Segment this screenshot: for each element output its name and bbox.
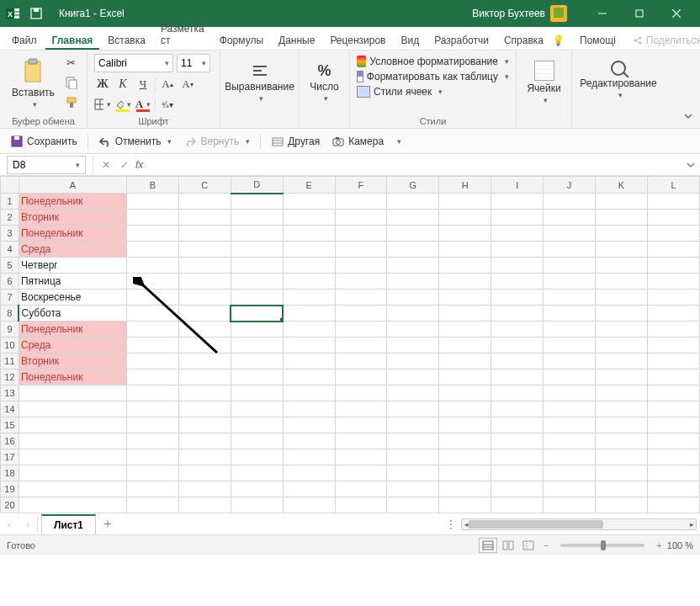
cell-G20[interactable]	[387, 497, 439, 513]
cell-J4[interactable]	[544, 242, 596, 258]
cell-H7[interactable]	[439, 290, 491, 306]
cell-I6[interactable]	[491, 274, 544, 290]
zoom-level[interactable]: 100 %	[667, 540, 693, 550]
cell-G8[interactable]	[387, 306, 439, 322]
cell-J15[interactable]	[544, 417, 596, 433]
row-header-8[interactable]: 8	[1, 306, 19, 322]
enter-fx-icon[interactable]: ✓	[115, 156, 134, 174]
cell-A7[interactable]: Воскресенье	[19, 290, 126, 306]
cell-F8[interactable]	[335, 306, 387, 322]
cell-B20[interactable]	[126, 497, 178, 513]
cell-A19[interactable]	[19, 481, 126, 497]
cell-E9[interactable]	[283, 322, 335, 338]
cell-I17[interactable]	[491, 449, 544, 465]
cell-K8[interactable]	[596, 306, 648, 322]
cell-D7[interactable]	[231, 290, 283, 306]
cell-H10[interactable]	[439, 338, 491, 354]
row-header-12[interactable]: 12	[1, 369, 19, 385]
cell-E11[interactable]	[283, 354, 335, 369]
tab-вставка[interactable]: Вставка	[101, 31, 152, 50]
cell-C1[interactable]	[178, 194, 231, 210]
cell-G15[interactable]	[387, 417, 439, 433]
cell-F7[interactable]	[335, 290, 387, 306]
cell-A13[interactable]	[19, 385, 126, 401]
alignment-button[interactable]: Выравнивание ▾	[227, 54, 292, 104]
cell-J9[interactable]	[544, 322, 596, 338]
cell-J12[interactable]	[544, 369, 596, 385]
cell-I19[interactable]	[491, 481, 544, 497]
tell-me-icon[interactable]: 💡	[552, 35, 565, 46]
cell-F4[interactable]	[335, 242, 387, 258]
cell-B12[interactable]	[126, 369, 178, 385]
name-box[interactable]: D8▾	[7, 156, 86, 174]
cell-C5[interactable]	[178, 258, 231, 274]
row-header-20[interactable]: 20	[1, 497, 19, 513]
cell-F18[interactable]	[335, 465, 387, 481]
tab-формулы[interactable]: Формулы	[213, 31, 270, 50]
cell-L14[interactable]	[647, 401, 699, 417]
col-header-C[interactable]: C	[178, 177, 231, 194]
cell-J1[interactable]	[544, 194, 596, 210]
cell-H16[interactable]	[439, 433, 491, 449]
cell-G7[interactable]	[387, 290, 439, 306]
cell-I9[interactable]	[491, 322, 544, 338]
cell-I15[interactable]	[491, 417, 544, 433]
cell-G17[interactable]	[387, 449, 439, 465]
cell-I1[interactable]	[491, 194, 544, 210]
save-button[interactable]: Сохранить	[7, 133, 81, 150]
cell-G1[interactable]	[387, 194, 439, 210]
cell-A8[interactable]: Суббота	[19, 306, 126, 322]
font-size-combo[interactable]: 11▾	[177, 54, 210, 72]
cell-E16[interactable]	[283, 433, 335, 449]
bold-button[interactable]: Ж	[94, 76, 111, 93]
font-color-icon[interactable]: A▾	[135, 96, 151, 113]
col-header-F[interactable]: F	[335, 177, 387, 194]
cell-B16[interactable]	[126, 433, 178, 449]
cell-B18[interactable]	[126, 465, 178, 481]
cell-C14[interactable]	[178, 401, 231, 417]
cell-I12[interactable]	[491, 369, 544, 385]
cell-K11[interactable]	[596, 354, 648, 369]
cell-J13[interactable]	[544, 385, 596, 401]
row-header-17[interactable]: 17	[1, 449, 19, 465]
cell-G16[interactable]	[387, 433, 439, 449]
cell-K12[interactable]	[596, 369, 648, 385]
cell-I3[interactable]	[491, 226, 544, 242]
cell-K18[interactable]	[596, 465, 648, 481]
cell-K13[interactable]	[596, 385, 648, 401]
cell-A2[interactable]: Вторник	[19, 210, 126, 226]
cell-H6[interactable]	[439, 274, 491, 290]
cell-L1[interactable]	[647, 194, 699, 210]
cell-E14[interactable]	[283, 401, 335, 417]
borders-icon[interactable]: ▾	[94, 96, 111, 113]
cell-I4[interactable]	[491, 242, 544, 258]
cell-K14[interactable]	[596, 401, 648, 417]
conditional-formatting-button[interactable]: Условное форматирование▾	[357, 54, 509, 69]
cell-E15[interactable]	[283, 417, 335, 433]
cell-J2[interactable]	[544, 210, 596, 226]
cell-B19[interactable]	[126, 481, 178, 497]
cell-E10[interactable]	[283, 338, 335, 354]
cell-G13[interactable]	[387, 385, 439, 401]
col-header-L[interactable]: L	[647, 177, 699, 194]
other-button[interactable]: Другая	[268, 134, 323, 149]
cell-D20[interactable]	[231, 497, 283, 513]
cell-J10[interactable]	[544, 338, 596, 354]
cell-L5[interactable]	[647, 258, 699, 274]
cell-E8[interactable]	[283, 306, 335, 322]
cell-D3[interactable]	[231, 226, 283, 242]
number-format-button[interactable]: % Число ▾	[306, 54, 342, 104]
cell-G19[interactable]	[387, 481, 439, 497]
cell-L2[interactable]	[647, 210, 699, 226]
cell-B17[interactable]	[126, 449, 178, 465]
cell-E5[interactable]	[283, 258, 335, 274]
cell-B9[interactable]	[126, 322, 178, 338]
redo-button[interactable]: Вернуть▾	[180, 134, 253, 149]
cell-C16[interactable]	[178, 433, 231, 449]
cell-A20[interactable]	[19, 497, 126, 513]
col-header-K[interactable]: K	[596, 177, 648, 194]
add-sheet-button[interactable]: ＋	[96, 515, 119, 533]
page-break-view-icon[interactable]	[519, 538, 538, 553]
col-header-D[interactable]: D	[231, 177, 283, 194]
cell-I18[interactable]	[491, 465, 544, 481]
